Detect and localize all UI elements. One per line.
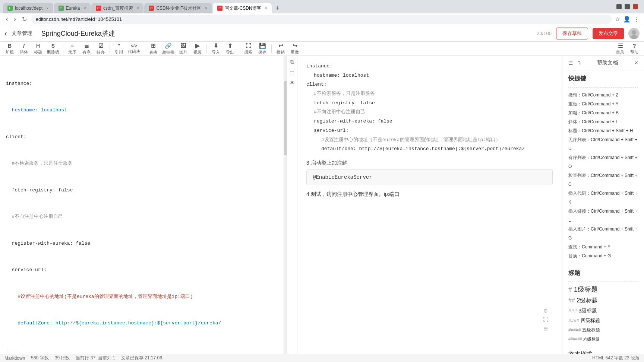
- user-icon[interactable]: 👤: [623, 16, 631, 23]
- toolbar-search[interactable]: ⛶ 搜索: [242, 42, 255, 55]
- close-btn[interactable]: [633, 4, 638, 9]
- save-draft-button[interactable]: 保存草稿: [556, 28, 588, 39]
- tab-close-5[interactable]: ×: [265, 6, 267, 10]
- preview-content[interactable]: instance: hostname: localhost client: #不…: [297, 56, 562, 354]
- tab-localhost[interactable]: L localhost/dept ×: [3, 3, 53, 13]
- toolbar-link[interactable]: 🔗 超链接: [161, 42, 176, 55]
- char-count: 20/100: [537, 31, 552, 36]
- sidebar-icon-view[interactable]: ◫: [290, 70, 294, 76]
- toolbar-heading[interactable]: H 标题: [31, 42, 45, 55]
- sidebar-icon-copy[interactable]: ⧉: [290, 59, 294, 65]
- toolbar-video[interactable]: ▶ 视频: [191, 42, 204, 55]
- bookmark-icon[interactable]: ☆: [615, 16, 620, 23]
- save-icon: 💾: [259, 42, 266, 49]
- heading-level-4: #### 四级标题: [568, 317, 638, 324]
- md-line: register-with-eureka: false: [6, 239, 281, 248]
- toolbar-strikethrough[interactable]: S 删除线: [45, 42, 61, 55]
- scrollbar-thumb[interactable]: [284, 81, 287, 155]
- toolbar-redo[interactable]: ↪ 重做: [288, 42, 302, 55]
- heading-level-1: # 1级标题: [568, 285, 638, 294]
- table-icon: ⊞: [151, 42, 156, 49]
- tab-csdn-community[interactable]: C CSDN-专业IT技术社区 ×: [144, 3, 212, 13]
- toc-icon: ☰: [618, 42, 623, 49]
- right-panel-close[interactable]: ×: [635, 60, 638, 66]
- toolbar-task[interactable]: ☑ 待办: [94, 42, 107, 55]
- zoom-icon[interactable]: ⊙: [543, 308, 548, 314]
- shortcut-redo-key: Ctrl/Command + Y: [582, 101, 619, 107]
- undo-icon: ↩: [278, 42, 283, 49]
- shortcut-undo: 撤销：Ctrl/Command + Z: [568, 90, 638, 99]
- minimize-btn[interactable]: [616, 4, 622, 9]
- url-bar[interactable]: [31, 15, 612, 24]
- headings-title: 标题: [568, 269, 638, 277]
- toolbar-sep-6: [271, 44, 272, 53]
- toolbar-italic[interactable]: I 斜体: [17, 42, 31, 55]
- heading-label: 标题: [34, 49, 42, 55]
- toolbar-export[interactable]: ⬆ 导出: [223, 42, 237, 55]
- shortcut-redo-label: 重做：: [568, 101, 582, 107]
- tab-close-2[interactable]: ×: [84, 6, 86, 10]
- text-style-title: 文本样式: [568, 351, 638, 354]
- left-scrollbar[interactable]: [284, 56, 287, 354]
- preview-code-annotation: @EnableEurekaServer: [306, 169, 553, 185]
- tab-label-2: Eureka: [66, 6, 80, 11]
- toolbar-bold[interactable]: B 加粗: [3, 42, 16, 55]
- tab-label-1: localhost/dept: [15, 6, 42, 11]
- toc-panel-icon[interactable]: ☰: [568, 60, 573, 66]
- toolbar-table[interactable]: ⊞ 表格: [146, 42, 160, 55]
- video-label: 视频: [193, 50, 202, 55]
- more-icon[interactable]: ⋮: [634, 16, 640, 23]
- help-panel-icon[interactable]: ?: [578, 60, 581, 66]
- shortcut-divider: [568, 87, 638, 88]
- toolbar-ordered[interactable]: ≣ 有序: [80, 42, 93, 55]
- tab-close-3[interactable]: ×: [137, 6, 139, 10]
- shortcut-find: 查找：Command + F: [568, 242, 638, 251]
- publish-button[interactable]: 发布文章: [593, 28, 624, 39]
- nav-back[interactable]: ‹: [4, 15, 9, 23]
- tab-csdn-search[interactable]: C csdn_百度搜索 ×: [91, 3, 143, 13]
- preview-code-comment: #不向注册中心注册自己: [306, 108, 553, 117]
- tab-close-4[interactable]: ×: [205, 6, 207, 10]
- restore-btn[interactable]: [625, 4, 630, 9]
- toolbar-quote[interactable]: " 引用: [112, 42, 126, 55]
- tab-eureka[interactable]: E Eureka ×: [54, 3, 91, 13]
- toolbar-image[interactable]: 🖼 图片: [177, 42, 190, 55]
- status-current-pos: 当前行 37, 当前列 1: [76, 355, 115, 361]
- sidebar-icon-eye[interactable]: 👁: [290, 80, 295, 86]
- nav-reload[interactable]: ↻: [20, 15, 28, 23]
- image-icon: 🖼: [181, 42, 186, 49]
- shortcut-undo-label: 撤销：: [568, 92, 582, 98]
- collapse-icon[interactable]: ⊟: [543, 326, 548, 331]
- table-label: 表格: [149, 50, 157, 55]
- status-char-count: 560 字数: [31, 355, 48, 361]
- toolbar-unordered[interactable]: ≡ 无序: [66, 42, 79, 55]
- toolbar-undo[interactable]: ↩ 撤销: [274, 42, 287, 55]
- browser-icons: ☆ 👤 ⋮: [615, 16, 640, 23]
- back-icon[interactable]: ‹: [4, 29, 7, 38]
- shortcut-link: 插入链接：Ctrl/Command + Shift + L: [568, 207, 638, 225]
- shortcuts-title: 快捷键: [568, 75, 638, 83]
- avatar[interactable]: [628, 28, 640, 39]
- bold-label: 加粗: [6, 49, 14, 55]
- help-icon: ?: [632, 42, 636, 49]
- toolbar-save[interactable]: 💾 保存: [256, 42, 269, 55]
- shortcut-undo-key: Ctrl/Command + Z: [582, 92, 618, 98]
- markdown-editor[interactable]: instance: hostname: localhost client: #不…: [0, 56, 287, 354]
- nav-forward[interactable]: ›: [12, 15, 17, 23]
- md-line: client:: [6, 133, 281, 142]
- tab-close-1[interactable]: ×: [46, 6, 48, 10]
- toolbar-code[interactable]: </> 代码块: [126, 42, 142, 55]
- expand-icon[interactable]: ⛶: [543, 317, 548, 323]
- article-title-input[interactable]: [37, 29, 533, 37]
- shortcut-check: 检查列表：Ctrl/Command + Shift + C: [568, 171, 638, 189]
- toolbar-help[interactable]: ? 帮助: [628, 42, 641, 55]
- address-bar: ‹ › ↻ ☆ 👤 ⋮: [0, 13, 644, 25]
- new-tab-button[interactable]: +: [272, 3, 283, 13]
- shortcut-image: 插入图片：Ctrl/Command + Shift + G: [568, 225, 638, 242]
- md-line: #设置注册中心的地址(不是eureka的管理界面的地址，管理界面地址是ip:端口…: [6, 292, 281, 302]
- toolbar-toc[interactable]: ☰ 目录: [613, 42, 627, 55]
- quote-label: 引用: [115, 49, 123, 55]
- tab-csdn-editor[interactable]: C 写文章-CSDN博客 ×: [213, 3, 272, 13]
- right-panel-header: ☰ ? 帮助文档 ×: [562, 56, 644, 70]
- toolbar-import[interactable]: ⬇ 导入: [209, 42, 222, 55]
